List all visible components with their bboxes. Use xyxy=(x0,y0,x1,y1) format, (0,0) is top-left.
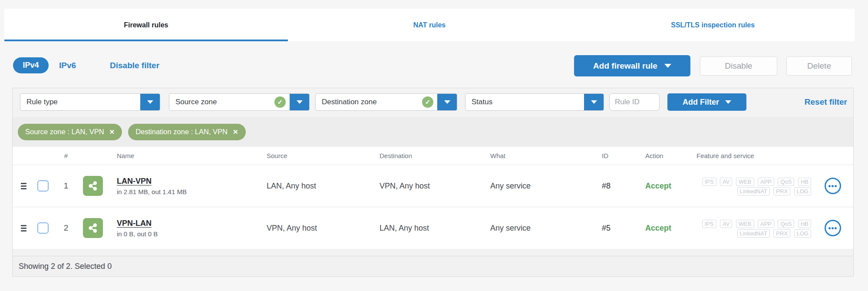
network-rule-icon xyxy=(83,176,103,196)
header-feature-and-service: Feature and service xyxy=(679,152,812,159)
rule-what: Any service xyxy=(490,182,601,191)
row-menu-ellipsis-icon[interactable] xyxy=(825,178,841,194)
rule-name-link[interactable]: LAN-VPN xyxy=(117,177,152,186)
table-summary: Showing 2 of 2. Selected 0 xyxy=(13,256,853,276)
rule-id: #8 xyxy=(601,182,627,191)
dropdown-toggle-button[interactable] xyxy=(584,93,604,111)
header-num: # xyxy=(55,152,77,159)
rule-traffic-stats: in 2.81 MB, out 1.41 MB xyxy=(117,188,267,195)
share-icon xyxy=(87,180,99,192)
ipv4-toggle[interactable]: IPv4 xyxy=(13,57,49,73)
header-what: What xyxy=(490,152,601,159)
row-number: 2 xyxy=(55,223,77,233)
active-tab-underline xyxy=(4,40,288,41)
ipv6-toggle[interactable]: IPv6 xyxy=(59,57,76,73)
firewall-rules-table: # Name Source Destination What ID Action… xyxy=(13,147,853,249)
feature-badge: AV xyxy=(720,220,732,228)
add-filter-label: Add Filter xyxy=(683,98,719,107)
feature-badge: IPS xyxy=(702,178,716,186)
filter-applied-check-icon: ✓ xyxy=(274,96,286,108)
rule-id-input[interactable] xyxy=(609,93,660,111)
chevron-down-icon xyxy=(725,100,731,104)
feature-badge: WEB xyxy=(736,178,754,186)
dropdown-label: Destination zone xyxy=(316,98,377,106)
chevron-down-icon xyxy=(444,100,450,104)
destination-zone-dropdown[interactable]: Destination zone ✓ xyxy=(315,93,457,111)
dropdown-toggle-button[interactable] xyxy=(140,93,160,111)
status-dropdown[interactable]: Status xyxy=(465,93,604,111)
active-filter-chips: Source zone : LAN, VPN ✕ Destination zon… xyxy=(13,117,853,147)
network-rule-icon xyxy=(83,218,103,238)
rule-type-tabbar: Firewall rules NAT rules SSL/TLS inspect… xyxy=(4,9,855,41)
firewall-rules-panel: Rule type Source zone ✓ Destination zone… xyxy=(12,88,854,277)
rule-traffic-stats: in 0 B, out 0 B xyxy=(117,230,267,238)
feature-badge: LOG xyxy=(794,187,811,195)
feature-badges: IPS AV WEB APP QoS HB LinkedNAT PRX LOG xyxy=(679,176,812,195)
dropdown-label: Rule type xyxy=(20,98,58,106)
tab-ssl-tls-inspection-rules[interactable]: SSL/TLS inspection rules xyxy=(571,9,855,41)
chevron-down-icon xyxy=(297,100,303,104)
feature-badge: APP xyxy=(758,220,774,228)
rule-source: VPN, Any host xyxy=(267,224,380,233)
source-zone-dropdown[interactable]: Source zone ✓ xyxy=(169,93,310,111)
feature-badge: PRX xyxy=(773,187,790,195)
disable-filter-link[interactable]: Disable filter xyxy=(110,57,159,73)
add-firewall-rule-button[interactable]: Add firewall rule xyxy=(574,55,690,76)
table-row: 2 VPN-LAN in 0 B, out xyxy=(13,207,853,249)
tab-label: SSL/TLS inspection rules xyxy=(671,21,755,29)
table-footer-spacer xyxy=(13,249,853,256)
remove-filter-icon[interactable]: ✕ xyxy=(233,129,238,135)
delete-button[interactable]: Delete xyxy=(786,56,852,76)
row-checkbox[interactable] xyxy=(37,180,49,192)
header-source: Source xyxy=(267,152,380,159)
tab-firewall-rules[interactable]: Firewall rules xyxy=(4,9,288,41)
drag-handle-icon[interactable] xyxy=(21,183,26,189)
header-destination: Destination xyxy=(380,152,490,159)
rule-what: Any service xyxy=(490,224,601,233)
filter-bar: Rule type Source zone ✓ Destination zone… xyxy=(13,88,853,117)
dropdown-toggle-button[interactable] xyxy=(290,93,310,111)
feature-badge: QoS xyxy=(778,178,794,186)
chevron-down-icon xyxy=(591,100,597,104)
header-name: Name xyxy=(117,152,267,159)
filter-applied-check-icon: ✓ xyxy=(422,96,433,108)
row-checkbox[interactable] xyxy=(37,222,49,234)
feature-badge: PRX xyxy=(773,229,790,238)
feature-badge: LOG xyxy=(794,229,811,238)
header-action: Action xyxy=(627,152,679,159)
feature-badge: LinkedNAT xyxy=(737,187,770,195)
chip-label: Destination zone : LAN, VPN xyxy=(135,128,228,136)
row-number: 1 xyxy=(55,181,77,191)
feature-badge: HB xyxy=(798,178,811,186)
dropdown-toggle-button[interactable] xyxy=(437,93,457,111)
filter-chip-source-zone: Source zone : LAN, VPN ✕ xyxy=(18,124,122,140)
feature-badge: IPS xyxy=(702,220,716,228)
tab-label: NAT rules xyxy=(413,21,446,29)
rule-destination: VPN, Any host xyxy=(380,182,490,191)
feature-badge: WEB xyxy=(736,220,754,228)
feature-badge: AV xyxy=(720,178,732,186)
drag-handle-icon[interactable] xyxy=(21,225,26,231)
rule-name-link[interactable]: VPN-LAN xyxy=(117,219,152,228)
rule-action: Accept xyxy=(627,182,679,191)
dropdown-label: Source zone xyxy=(169,98,217,106)
feature-badge: APP xyxy=(758,178,774,186)
row-menu-ellipsis-icon[interactable] xyxy=(825,220,841,236)
reset-filter-link[interactable]: Reset filter xyxy=(805,93,847,111)
feature-badge: QoS xyxy=(778,220,794,228)
chip-label: Source zone : LAN, VPN xyxy=(25,128,104,136)
add-filter-button[interactable]: Add Filter xyxy=(667,93,746,111)
rule-source: LAN, Any host xyxy=(267,182,380,191)
table-header-row: # Name Source Destination What ID Action… xyxy=(13,147,853,165)
remove-filter-icon[interactable]: ✕ xyxy=(109,129,115,135)
disable-button[interactable]: Disable xyxy=(700,56,777,76)
tab-label: Firewall rules xyxy=(124,21,168,29)
feature-badges: IPS AV WEB APP QoS HB LinkedNAT PRX LOG xyxy=(679,218,812,238)
add-firewall-rule-label: Add firewall rule xyxy=(593,61,657,71)
chevron-down-icon xyxy=(147,100,153,104)
rule-id: #5 xyxy=(601,224,627,233)
header-id: ID xyxy=(601,152,627,159)
feature-badge: LinkedNAT xyxy=(737,229,770,238)
tab-nat-rules[interactable]: NAT rules xyxy=(288,9,571,41)
rule-type-dropdown[interactable]: Rule type xyxy=(20,93,160,111)
